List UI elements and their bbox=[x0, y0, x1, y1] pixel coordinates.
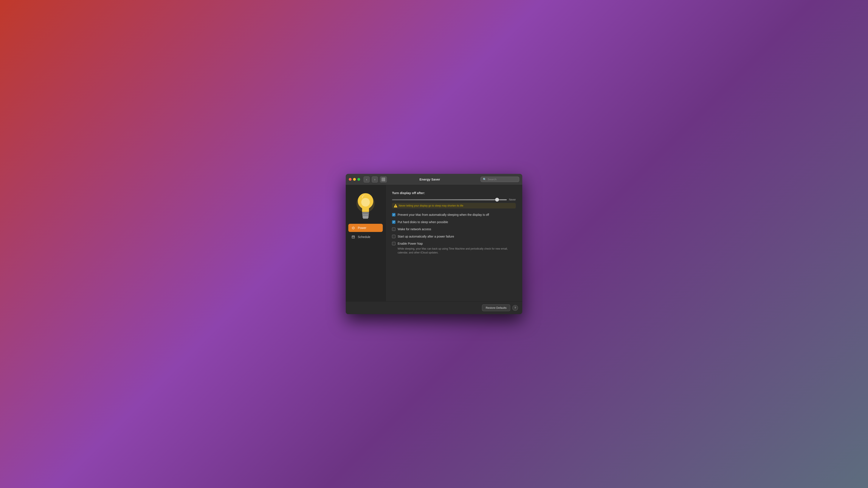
lightbulb-icon bbox=[355, 192, 376, 217]
bottom-bar: Restore Defaults ? bbox=[346, 301, 522, 314]
hard-disks-checkbox[interactable] bbox=[392, 220, 396, 224]
forward-icon: › bbox=[374, 178, 375, 181]
hard-disks-label: Put hard disks to sleep when possible bbox=[398, 220, 448, 224]
prevent-sleep-checkbox[interactable] bbox=[392, 213, 396, 217]
minimize-button[interactable] bbox=[353, 178, 356, 181]
sidebar-item-power[interactable]: Power bbox=[348, 224, 383, 232]
checkbox-startup-row: Start up automatically after a power fai… bbox=[392, 234, 516, 239]
energy-saver-window: ‹ › Energy Saver 🔍 bbox=[346, 174, 522, 314]
slider-row: Never bbox=[392, 198, 516, 201]
svg-rect-4 bbox=[363, 216, 369, 218]
slider-never-label: Never bbox=[509, 198, 516, 201]
wake-network-checkbox[interactable] bbox=[392, 227, 396, 231]
checkbox-wake-network-row: Wake for network access bbox=[392, 227, 516, 231]
sidebar-item-power-label: Power bbox=[358, 226, 366, 230]
power-nap-sublabel: While sleeping, your Mac can back up usi… bbox=[398, 247, 516, 255]
power-nap-label: Enable Power Nap bbox=[398, 241, 516, 246]
schedule-icon bbox=[351, 234, 355, 239]
close-button[interactable] bbox=[349, 178, 351, 181]
power-icon bbox=[351, 226, 355, 230]
window-title: Energy Saver bbox=[381, 177, 478, 181]
checkbox-power-nap-row: Enable Power Nap While sleeping, your Ma… bbox=[392, 241, 516, 255]
traffic-lights bbox=[349, 178, 360, 181]
search-box[interactable]: 🔍 bbox=[480, 177, 519, 182]
checkbox-prevent-sleep-row: Prevent your Mac from automatically slee… bbox=[392, 213, 516, 217]
help-button[interactable]: ? bbox=[513, 305, 518, 311]
checkbox-hard-disks-row: Put hard disks to sleep when possible bbox=[392, 220, 516, 224]
back-button[interactable]: ‹ bbox=[364, 176, 370, 183]
titlebar: ‹ › Energy Saver 🔍 bbox=[346, 174, 522, 185]
restore-defaults-button[interactable]: Restore Defaults bbox=[482, 304, 510, 311]
display-slider-container: Never bbox=[392, 198, 516, 201]
sidebar-item-schedule[interactable]: Schedule bbox=[348, 233, 383, 241]
prevent-sleep-label: Prevent your Mac from automatically slee… bbox=[398, 213, 489, 217]
display-section-title: Turn display off after: bbox=[392, 191, 516, 195]
power-nap-text-block: Enable Power Nap While sleeping, your Ma… bbox=[398, 241, 516, 255]
main-area: Power Schedule bbox=[346, 185, 522, 301]
search-input[interactable] bbox=[488, 178, 517, 181]
power-nap-checkbox[interactable] bbox=[392, 242, 396, 245]
sidebar: Power Schedule bbox=[346, 185, 385, 301]
warning-icon: ⚠️ bbox=[394, 204, 397, 207]
back-icon: ‹ bbox=[366, 178, 367, 181]
display-sleep-slider[interactable] bbox=[392, 199, 507, 200]
startup-power-checkbox[interactable] bbox=[392, 235, 396, 238]
svg-rect-5 bbox=[363, 218, 368, 219]
search-icon: 🔍 bbox=[483, 178, 486, 181]
content-area: Turn display off after: Never ⚠️ Never l… bbox=[385, 185, 522, 301]
sidebar-item-schedule-label: Schedule bbox=[358, 235, 370, 239]
warning-text: Never letting your display go to sleep m… bbox=[399, 204, 463, 207]
maximize-button[interactable] bbox=[358, 178, 360, 181]
warning-row: ⚠️ Never letting your display go to slee… bbox=[392, 203, 516, 208]
wake-network-label: Wake for network access bbox=[398, 227, 431, 231]
forward-button[interactable]: › bbox=[372, 176, 378, 183]
svg-point-1 bbox=[361, 198, 370, 206]
startup-power-label: Start up automatically after a power fai… bbox=[398, 234, 454, 239]
